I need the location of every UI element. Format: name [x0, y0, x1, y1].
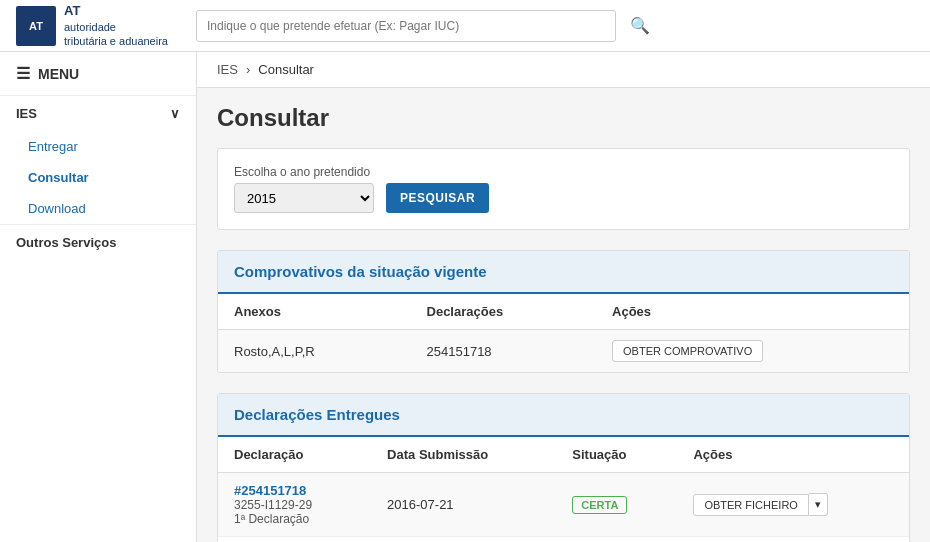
- sidebar: ☰ MENU IES ∨ Entregar Consultar Download…: [0, 52, 197, 542]
- obter-comprovativo-button[interactable]: OBTER COMPROVATIVO: [612, 340, 763, 362]
- hamburger-icon: ☰: [16, 64, 30, 83]
- declaracao-type: 1ª Declaração: [234, 512, 355, 526]
- sidebar-item-entregar[interactable]: Entregar: [0, 131, 196, 162]
- cell-acoes2: OBTER FICHEIRO ▾: [677, 473, 909, 537]
- section-declaracoes: Declarações Entregues Declaração Data Su…: [217, 393, 910, 542]
- breadcrumb-current: Consultar: [258, 62, 314, 77]
- header: AT AT autoridade tributária e aduaneira …: [0, 0, 930, 52]
- menu-toggle[interactable]: ☰ MENU: [0, 52, 196, 96]
- chevron-down-icon: ∨: [170, 106, 180, 121]
- main-content: IES › Consultar Consultar Escolha o ano …: [197, 52, 930, 542]
- section-declaracoes-title: Declarações Entregues: [218, 394, 909, 437]
- declaracao-code: 3255-I1129-29: [234, 498, 355, 512]
- col-header-data: Data Submissão: [371, 437, 556, 473]
- sidebar-item-consultar[interactable]: Consultar: [0, 162, 196, 193]
- logo-line2: autoridade: [64, 21, 116, 33]
- year-selector-box: Escolha o ano pretendido 2013 2014 2015 …: [217, 148, 910, 230]
- table-row: #254151718 3255-I1129-29 1ª Declaração 2…: [218, 473, 909, 537]
- cell-declaracoes: 254151718: [411, 330, 597, 373]
- col-header-acoes2: Ações: [677, 437, 909, 473]
- col-header-declaracao: Declaração: [218, 437, 371, 473]
- table-row: Rosto,A,L,P,R 254151718 OBTER COMPROVATI…: [218, 330, 909, 373]
- status-badge: CERTA: [572, 496, 627, 514]
- col-header-situacao: Situação: [556, 437, 677, 473]
- sidebar-section-ies: IES ∨ Entregar Consultar Download: [0, 96, 196, 225]
- section-comprovativos-title: Comprovativos da situação vigente: [218, 251, 909, 294]
- logo-area: AT AT autoridade tributária e aduaneira: [16, 3, 176, 48]
- layout: ☰ MENU IES ∨ Entregar Consultar Download…: [0, 52, 930, 542]
- year-select[interactable]: 2013 2014 2015 2016: [234, 183, 374, 213]
- menu-label: MENU: [38, 66, 79, 82]
- cell-acoes: OBTER COMPROVATIVO: [596, 330, 909, 373]
- search-button[interactable]: 🔍: [624, 10, 656, 42]
- dropdown-icon: ▾: [815, 498, 821, 510]
- year-selector-field: Escolha o ano pretendido 2013 2014 2015 …: [234, 165, 374, 213]
- col-header-acoes: Ações: [596, 294, 909, 330]
- breadcrumb: IES › Consultar: [197, 52, 930, 88]
- section-comprovativos: Comprovativos da situação vigente Anexos…: [217, 250, 910, 373]
- breadcrumb-separator: ›: [246, 62, 250, 77]
- search-area: 🔍: [196, 10, 914, 42]
- comprovativos-table: Anexos Declarações Ações Rosto,A,L,P,R 2…: [218, 294, 909, 372]
- pagination-bar: 5 10 20 50 Elementos por página ‹ 1: [218, 536, 909, 542]
- logo-text: AT autoridade tributária e aduaneira: [64, 3, 168, 48]
- declaracao-link[interactable]: #254151718: [234, 483, 306, 498]
- sidebar-section-ies-header[interactable]: IES ∨: [0, 96, 196, 131]
- search-input[interactable]: [196, 10, 616, 42]
- logo-line1: AT: [64, 3, 80, 18]
- logo-abbr: AT: [29, 20, 43, 32]
- obter-ficheiro-group: OBTER FICHEIRO ▾: [693, 493, 893, 516]
- col-header-declaracoes: Declarações: [411, 294, 597, 330]
- cell-data: 2016-07-21: [371, 473, 556, 537]
- breadcrumb-parent: IES: [217, 62, 238, 77]
- sidebar-item-download[interactable]: Download: [0, 193, 196, 224]
- sidebar-section-ies-label: IES: [16, 106, 37, 121]
- content-area: Consultar Escolha o ano pretendido 2013 …: [197, 88, 930, 542]
- year-selector-label: Escolha o ano pretendido: [234, 165, 374, 179]
- sidebar-item-outros-servicos[interactable]: Outros Serviços: [0, 225, 196, 260]
- cell-anexos: Rosto,A,L,P,R: [218, 330, 411, 373]
- cell-declaracao: #254151718 3255-I1129-29 1ª Declaração: [218, 473, 371, 537]
- col-header-anexos: Anexos: [218, 294, 411, 330]
- pesquisar-button[interactable]: PESQUISAR: [386, 183, 489, 213]
- declaracoes-table: Declaração Data Submissão Situação Ações…: [218, 437, 909, 536]
- page-title: Consultar: [217, 104, 910, 132]
- obter-ficheiro-dropdown-button[interactable]: ▾: [809, 493, 828, 516]
- logo-icon: AT: [16, 6, 56, 46]
- obter-ficheiro-button[interactable]: OBTER FICHEIRO: [693, 494, 809, 516]
- logo-line3: tributária e aduaneira: [64, 35, 168, 47]
- cell-situacao: CERTA: [556, 473, 677, 537]
